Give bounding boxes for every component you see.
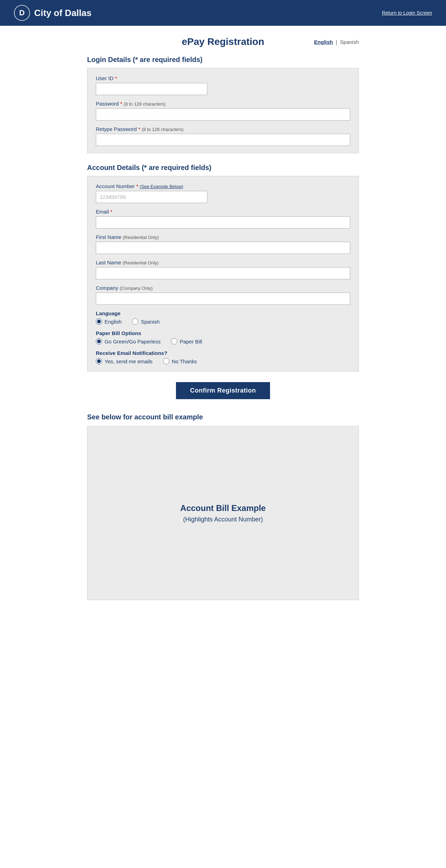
retype-password-input[interactable] (96, 134, 350, 146)
language-spanish-radio[interactable] (132, 318, 138, 325)
user-id-input[interactable] (96, 83, 207, 95)
city-logo-icon: D (14, 5, 30, 21)
account-number-input[interactable] (96, 191, 207, 203)
email-input[interactable] (96, 216, 350, 228)
password-group: Password * (8 to 128 characters) (96, 101, 350, 121)
password-label: Password * (8 to 128 characters) (96, 101, 350, 107)
paper-bill-subsection-label: Paper Bill Options (96, 330, 350, 336)
paper-bill-option[interactable]: Paper Bill (171, 338, 202, 344)
page-header: D City of Dallas Return to Login Screen (0, 0, 446, 26)
bill-example-panel: Account Bill Example (Highlights Account… (87, 426, 359, 600)
first-name-input[interactable] (96, 242, 350, 254)
user-id-group: User ID * (96, 75, 350, 95)
svg-text:D: D (19, 8, 25, 17)
notifications-no-label: No Thanks (172, 358, 197, 364)
paper-bill-radio[interactable] (171, 338, 177, 344)
notifications-no-option[interactable]: No Thanks (163, 358, 197, 364)
last-name-group: Last Name (Residential Only) (96, 259, 350, 279)
confirm-registration-button[interactable]: Confirm Registration (176, 382, 270, 399)
page-title-row: ePay Registration English | Spanish (87, 36, 359, 47)
notifications-group: Receive Email Notifications? Yes, send m… (96, 350, 350, 364)
language-spanish-option[interactable]: Spanish (132, 318, 160, 325)
go-green-radio[interactable] (96, 338, 102, 344)
page-title: ePay Registration (182, 36, 264, 47)
bill-example-title: Account Bill Example (180, 503, 266, 513)
bill-example-subtitle: (Highlights Account Number) (183, 516, 263, 523)
bill-example-section-heading: See below for account bill example (87, 413, 359, 421)
retype-password-group: Retype Password * (8 to 128 characters) (96, 126, 350, 146)
account-section-heading: Account Details (* are required fields) (87, 164, 359, 172)
spanish-lang-link[interactable]: Spanish (340, 39, 359, 45)
lang-divider: | (336, 39, 337, 45)
retype-note: (8 to 128 characters) (142, 127, 184, 132)
language-english-option[interactable]: English (96, 318, 122, 325)
language-subsection-label: Language (96, 310, 350, 316)
last-name-input[interactable] (96, 267, 350, 279)
company-label: Company (Company Only) (96, 285, 350, 291)
main-content: ePay Registration English | Spanish Logi… (80, 26, 366, 621)
account-number-group: Account Number * (See Example Below) (96, 183, 350, 203)
password-input[interactable] (96, 108, 350, 121)
notifications-yes-label: Yes, send me emails (105, 358, 153, 364)
login-section-heading: Login Details (* are required fields) (87, 56, 359, 64)
password-note: (8 to 128 characters) (124, 101, 166, 107)
go-green-option[interactable]: Go Green/Go Paperless (96, 338, 161, 344)
account-number-label: Account Number * (See Example Below) (96, 183, 350, 189)
language-group: Language English Spanish (96, 310, 350, 325)
company-group: Company (Company Only) (96, 285, 350, 305)
login-form-panel: User ID * Password * (8 to 128 character… (87, 68, 359, 153)
last-name-note: (Residential Only) (123, 260, 159, 265)
city-name: City of Dallas (34, 8, 92, 18)
first-name-group: First Name (Residential Only) (96, 234, 350, 254)
company-input[interactable] (96, 293, 350, 305)
password-required: * (120, 101, 122, 107)
paper-bill-label: Paper Bill (180, 339, 202, 344)
notifications-subsection-label: Receive Email Notifications? (96, 350, 350, 356)
logo-group: D City of Dallas (14, 5, 92, 21)
account-required: * (136, 183, 138, 189)
return-to-login-link[interactable]: Return to Login Screen (382, 10, 432, 16)
notifications-no-radio[interactable] (163, 358, 169, 364)
email-group: Email * (96, 209, 350, 228)
english-lang-link[interactable]: English (314, 39, 333, 45)
email-required: * (110, 209, 113, 215)
notifications-yes-option[interactable]: Yes, send me emails (96, 358, 153, 364)
language-english-radio[interactable] (96, 318, 102, 325)
confirm-section: Confirm Registration (87, 382, 359, 399)
email-label: Email * (96, 209, 350, 215)
notifications-yes-radio[interactable] (96, 358, 102, 364)
last-name-label: Last Name (Residential Only) (96, 259, 350, 265)
first-name-label: First Name (Residential Only) (96, 234, 350, 240)
retype-password-label: Retype Password * (8 to 128 characters) (96, 126, 350, 132)
go-green-label: Go Green/Go Paperless (105, 339, 161, 344)
first-name-note: (Residential Only) (123, 235, 159, 240)
user-id-label: User ID * (96, 75, 350, 81)
language-radio-group: English Spanish (96, 318, 350, 325)
notifications-radio-group: Yes, send me emails No Thanks (96, 358, 350, 364)
retype-required: * (138, 126, 140, 132)
see-example-link[interactable]: (See Example Below) (140, 184, 183, 189)
company-note: (Company Only) (120, 286, 153, 291)
user-id-required: * (115, 75, 117, 81)
language-switcher: English | Spanish (314, 39, 359, 45)
language-spanish-label: Spanish (141, 319, 160, 325)
account-form-panel: Account Number * (See Example Below) Ema… (87, 176, 359, 372)
paper-bill-group: Paper Bill Options Go Green/Go Paperless… (96, 330, 350, 344)
language-english-label: English (105, 319, 122, 325)
paper-bill-radio-group: Go Green/Go Paperless Paper Bill (96, 338, 350, 344)
